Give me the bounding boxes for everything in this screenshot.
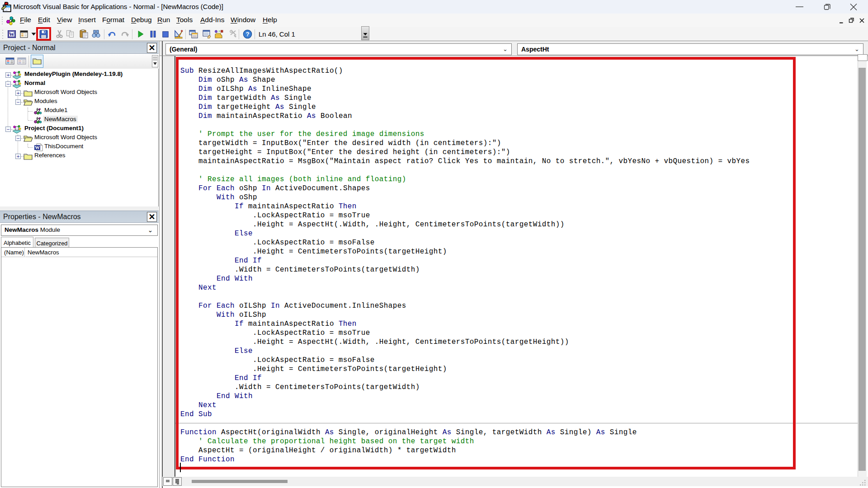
svg-text:?: ?: [245, 31, 249, 38]
svg-text:W: W: [9, 31, 14, 38]
svg-text:W: W: [35, 145, 40, 150]
